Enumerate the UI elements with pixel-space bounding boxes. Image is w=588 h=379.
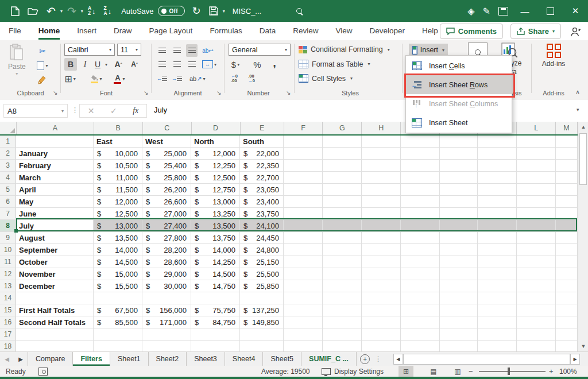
share-button[interactable]: Share ▾ bbox=[510, 24, 561, 39]
row-header-4[interactable]: 4 bbox=[0, 172, 16, 184]
borders-icon[interactable]: ⊞▾ bbox=[64, 72, 76, 85]
align-center-icon[interactable] bbox=[171, 58, 183, 71]
menu-item-insert-cells[interactable]: Insert Cells bbox=[406, 56, 512, 75]
cell-M15[interactable] bbox=[556, 304, 578, 316]
cell-D2[interactable]: $12,000 bbox=[191, 148, 240, 160]
cell-C16[interactable]: $171,000 bbox=[142, 316, 191, 328]
cell-B11[interactable]: $14,500 bbox=[94, 256, 142, 268]
collapse-ribbon-icon[interactable]: ∧ bbox=[575, 88, 580, 96]
cell-B15[interactable]: $67,500 bbox=[94, 304, 142, 316]
cell-M16[interactable] bbox=[556, 316, 578, 328]
cell-B17[interactable] bbox=[94, 328, 142, 341]
cell-L3[interactable] bbox=[517, 160, 556, 172]
cell-E2[interactable]: $22,000 bbox=[240, 148, 284, 160]
cell-F13[interactable] bbox=[284, 280, 323, 292]
align-middle-icon[interactable] bbox=[171, 44, 183, 57]
cell-B5[interactable]: $11,500 bbox=[94, 184, 142, 196]
cell-L13[interactable] bbox=[517, 280, 556, 292]
sheet-tab-compare[interactable]: Compare bbox=[28, 352, 73, 366]
addins-button[interactable]: Add-ins bbox=[536, 44, 571, 68]
column-header-G[interactable]: G bbox=[323, 122, 362, 134]
cell-B13[interactable]: $15,500 bbox=[94, 280, 142, 292]
cell-K3[interactable] bbox=[478, 160, 517, 172]
decrease-decimal-icon[interactable]: .00→0 bbox=[246, 72, 257, 85]
clipboard-dialog-launcher[interactable]: ↘ bbox=[53, 90, 57, 96]
cell-C7[interactable]: $27,000 bbox=[142, 208, 191, 220]
people-icon[interactable] bbox=[570, 26, 582, 37]
cell-K16[interactable] bbox=[478, 316, 517, 328]
cell-I13[interactable] bbox=[401, 280, 440, 292]
tab-draw[interactable]: Draw bbox=[114, 22, 132, 40]
menu-item-insert-sheet-rows[interactable]: ←Insert Sheet Rows bbox=[406, 75, 512, 94]
cell-I15[interactable] bbox=[401, 304, 440, 316]
alignment-dialog-launcher[interactable]: ↘ bbox=[216, 90, 221, 96]
zoom-slider-track[interactable] bbox=[479, 371, 546, 372]
cell-D13[interactable]: $14,750 bbox=[191, 280, 240, 292]
cell-C10[interactable]: $28,200 bbox=[142, 244, 191, 256]
cell-D10[interactable]: $14,000 bbox=[191, 244, 240, 256]
cell-B14[interactable] bbox=[94, 292, 142, 304]
font-size-select[interactable]: 11▾ bbox=[117, 44, 141, 56]
cell-I8[interactable] bbox=[401, 220, 440, 232]
decrease-indent-icon[interactable]: ← bbox=[156, 72, 168, 85]
cell-K10[interactable] bbox=[478, 244, 517, 256]
cell-J10[interactable] bbox=[440, 244, 478, 256]
cell-C11[interactable]: $28,600 bbox=[142, 256, 191, 268]
cell-F18[interactable] bbox=[284, 341, 323, 351]
format-as-table-button[interactable]: Format as Table▾ bbox=[299, 60, 370, 68]
cell-K14[interactable] bbox=[478, 292, 517, 304]
cell-C4[interactable]: $25,800 bbox=[142, 172, 191, 184]
ribbon-display-options-icon[interactable] bbox=[494, 0, 512, 22]
row-header-18[interactable]: 18 bbox=[0, 341, 16, 351]
cell-K5[interactable] bbox=[478, 184, 517, 196]
row-header-12[interactable]: 12 bbox=[0, 268, 16, 280]
cell-I14[interactable] bbox=[401, 292, 440, 304]
sheet-tab-sheet1[interactable]: Sheet1 bbox=[110, 352, 149, 366]
scroll-up-icon[interactable]: ▲ bbox=[578, 122, 588, 132]
cell-K12[interactable] bbox=[478, 268, 517, 280]
cell-E18[interactable] bbox=[240, 341, 284, 351]
sheet-nav-left-icon[interactable]: ◀ bbox=[0, 352, 14, 366]
cell-H4[interactable] bbox=[362, 172, 401, 184]
cell-A12[interactable]: November bbox=[16, 268, 94, 280]
cell-J3[interactable] bbox=[440, 160, 478, 172]
cancel-icon[interactable]: ✕ bbox=[88, 106, 95, 115]
cell-C1[interactable]: West bbox=[142, 136, 191, 148]
cell-I3[interactable] bbox=[401, 160, 440, 172]
underline-button[interactable]: U bbox=[92, 58, 103, 71]
cell-H10[interactable] bbox=[362, 244, 401, 256]
sync-icon[interactable]: ↻ bbox=[188, 0, 205, 22]
horizontal-scrollbar[interactable]: ◀ ▶ bbox=[385, 354, 580, 364]
cell-A4[interactable]: March bbox=[16, 172, 94, 184]
cell-A18[interactable] bbox=[16, 341, 94, 351]
sort-az-button[interactable]: AZ↓ bbox=[84, 0, 100, 22]
cell-A11[interactable]: October bbox=[16, 256, 94, 268]
column-header-D[interactable]: D bbox=[192, 122, 241, 134]
cell-C2[interactable]: $25,000 bbox=[142, 148, 191, 160]
cell-H13[interactable] bbox=[362, 280, 401, 292]
cell-G18[interactable] bbox=[323, 341, 362, 351]
cell-A1[interactable] bbox=[16, 136, 94, 148]
cell-M4[interactable] bbox=[556, 172, 578, 184]
cell-F12[interactable] bbox=[284, 268, 323, 280]
sheet-tab-sheet4[interactable]: Sheet4 bbox=[225, 352, 264, 366]
cell-F15[interactable] bbox=[284, 304, 323, 316]
cell-E4[interactable]: $22,700 bbox=[240, 172, 284, 184]
cell-K4[interactable] bbox=[478, 172, 517, 184]
cell-G6[interactable] bbox=[323, 196, 362, 208]
cell-M14[interactable] bbox=[556, 292, 578, 304]
cell-F5[interactable] bbox=[284, 184, 323, 196]
page-layout-view-icon[interactable]: ▤ bbox=[426, 366, 441, 377]
bold-button[interactable]: B bbox=[64, 58, 77, 71]
cell-G3[interactable] bbox=[323, 160, 362, 172]
cell-A13[interactable]: December bbox=[16, 280, 94, 292]
row-header-14[interactable]: 14 bbox=[0, 292, 16, 304]
cell-D18[interactable] bbox=[191, 341, 240, 351]
cell-M18[interactable] bbox=[556, 341, 578, 351]
cell-L15[interactable] bbox=[517, 304, 556, 316]
cell-J9[interactable] bbox=[440, 232, 478, 244]
cell-M17[interactable] bbox=[556, 328, 578, 341]
tab-file[interactable]: File bbox=[9, 22, 21, 40]
minimize-button[interactable]: — bbox=[512, 0, 537, 22]
cell-M3[interactable] bbox=[556, 160, 578, 172]
